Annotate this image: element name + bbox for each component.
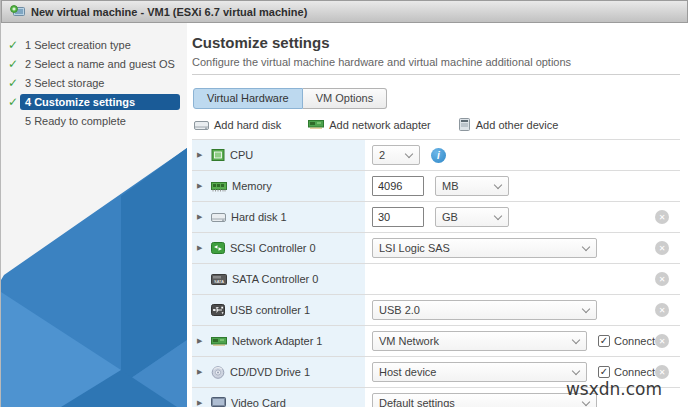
device-value-cell: USB 2.0✕ bbox=[365, 295, 680, 325]
select-value: LSI Logic SAS bbox=[379, 242, 450, 254]
memory-unit-select[interactable]: MB bbox=[435, 176, 509, 196]
select-value: VM Network bbox=[379, 335, 439, 347]
cpu-info-icon[interactable]: i bbox=[431, 148, 446, 163]
device-label: Memory bbox=[232, 180, 272, 192]
device-value-cell: ✕ bbox=[365, 264, 680, 294]
remove-device-icon[interactable]: ✕ bbox=[655, 210, 669, 224]
select-value: Default settings bbox=[379, 397, 455, 407]
device-value-cell: LSI Logic SAS✕ bbox=[365, 233, 680, 263]
checkbox-label: Connect bbox=[614, 366, 655, 378]
new-vm-wizard-window: New virtual machine - VM1 (ESXi 6.7 virt… bbox=[0, 0, 688, 407]
cd-dvd-icon bbox=[211, 366, 225, 379]
expand-arrow-icon[interactable]: ▶ bbox=[197, 337, 206, 345]
scsi-icon bbox=[211, 242, 225, 254]
wizard-step-4-customize-settings[interactable]: ✓4 Customize settings bbox=[1, 92, 187, 111]
expand-arrow-icon[interactable]: ▶ bbox=[197, 244, 206, 252]
device-toolbar: Add hard diskAdd network adapterAdd othe… bbox=[194, 118, 680, 131]
select-value: MB bbox=[442, 180, 459, 192]
select-value: Host device bbox=[379, 366, 436, 378]
select-value: 2 bbox=[379, 149, 385, 161]
device-label-cell: ▶CD/DVD Drive 1 bbox=[192, 357, 365, 387]
device-label-cell: ▶USB controller 1 bbox=[192, 295, 365, 325]
step-completed-check-icon: ✓ bbox=[8, 95, 19, 109]
device-label: Hard disk 1 bbox=[231, 211, 287, 223]
device-label: Video Card bbox=[231, 397, 286, 407]
device-label: SCSI Controller 0 bbox=[230, 242, 316, 254]
usb-icon bbox=[211, 304, 225, 316]
wizard-step-label: 5 Ready to complete bbox=[20, 113, 180, 129]
remove-device-icon[interactable]: ✕ bbox=[655, 365, 669, 379]
tab-vm-options[interactable]: VM Options bbox=[303, 88, 387, 109]
expand-arrow-icon[interactable]: ▶ bbox=[197, 368, 206, 376]
hard-disk-icon bbox=[211, 211, 226, 223]
add-network-adapter-button[interactable]: Add network adapter bbox=[308, 119, 431, 131]
expand-arrow-icon[interactable]: ▶ bbox=[197, 399, 206, 407]
device-value-cell: GB✕ bbox=[365, 202, 680, 232]
memory-icon bbox=[211, 181, 227, 192]
chevron-down-icon bbox=[405, 149, 413, 157]
hardware-row-network-adapter-1: ▶Network Adapter 1VM Network✓Connect✕ bbox=[192, 326, 680, 357]
remove-device-icon[interactable]: ✕ bbox=[655, 334, 669, 348]
disk-size-input[interactable] bbox=[372, 207, 424, 227]
wizard-step-3-select-storage[interactable]: ✓3 Select storage bbox=[1, 73, 187, 92]
cddvd-connect-checkbox[interactable]: ✓ bbox=[598, 366, 610, 378]
wizard-step-label: 1 Select creation type bbox=[20, 37, 180, 53]
settings-tabs: Virtual HardwareVM Options bbox=[193, 88, 680, 109]
wizard-step-2-select-a-name-and-guest-os[interactable]: ✓2 Select a name and guest OS bbox=[1, 54, 187, 73]
device-label: Network Adapter 1 bbox=[232, 335, 323, 347]
device-label-cell: ▶Video Card bbox=[192, 388, 365, 407]
add-hard-disk-button[interactable]: Add hard disk bbox=[194, 119, 281, 131]
disk-unit-select[interactable]: GB bbox=[435, 207, 509, 227]
wizard-content: Customize settings Configure the virtual… bbox=[187, 23, 688, 407]
cddvd-media-select[interactable]: Host device bbox=[372, 362, 587, 382]
remove-device-icon[interactable]: ✕ bbox=[655, 272, 669, 286]
cpu-icon bbox=[211, 149, 225, 161]
select-value: USB 2.0 bbox=[379, 304, 420, 316]
chevron-down-icon bbox=[494, 180, 502, 188]
add-hard-disk-button-label: Add hard disk bbox=[214, 119, 281, 131]
network-icon bbox=[308, 119, 324, 130]
sidebar-decoration bbox=[1, 130, 187, 407]
video-settings-select[interactable]: Default settings bbox=[372, 393, 597, 407]
device-label-cell: ▶Hard disk 1 bbox=[192, 202, 365, 232]
select-value: GB bbox=[442, 211, 458, 223]
header-divider bbox=[192, 74, 680, 75]
device-label-cell: ▶CPU bbox=[192, 140, 365, 170]
scsi-type-select[interactable]: LSI Logic SAS bbox=[372, 238, 597, 258]
remove-device-icon[interactable]: ✕ bbox=[655, 303, 669, 317]
device-label-cell: ▶Memory bbox=[192, 171, 365, 201]
step-completed-check-icon: ✓ bbox=[8, 38, 19, 52]
expand-arrow-icon[interactable]: ▶ bbox=[197, 182, 206, 190]
network-connect-checkbox-group: ✓Connect bbox=[598, 335, 655, 347]
watermark-text: wsxdn.com bbox=[566, 379, 662, 399]
step-completed-check-icon: ✓ bbox=[8, 76, 19, 90]
hardware-row-hard-disk-1: ▶Hard disk 1GB✕ bbox=[192, 202, 680, 233]
expand-arrow-icon[interactable]: ▶ bbox=[197, 213, 206, 221]
network-portgroup-select[interactable]: VM Network bbox=[372, 331, 587, 351]
wizard-step-label: 3 Select storage bbox=[20, 75, 180, 91]
expand-arrow-icon[interactable]: ▶ bbox=[197, 151, 206, 159]
device-label: SATA Controller 0 bbox=[232, 273, 318, 285]
chevron-down-icon bbox=[494, 211, 502, 219]
cpu-count-select[interactable]: 2 bbox=[372, 145, 420, 165]
add-other-device-button[interactable]: Add other device bbox=[458, 118, 559, 131]
device-label-cell: ▶Network Adapter 1 bbox=[192, 326, 365, 356]
other-device-icon bbox=[458, 118, 471, 131]
wizard-body: ✓1 Select creation type✓2 Select a name … bbox=[1, 23, 688, 407]
usb-version-select[interactable]: USB 2.0 bbox=[372, 300, 597, 320]
hardware-row-cpu: ▶CPU2i bbox=[192, 140, 680, 171]
tab-virtual-hardware[interactable]: Virtual Hardware bbox=[193, 88, 303, 109]
remove-device-icon[interactable]: ✕ bbox=[655, 241, 669, 255]
sata-icon: SATA bbox=[211, 274, 227, 285]
wizard-step-1-select-creation-type[interactable]: ✓1 Select creation type bbox=[1, 35, 187, 54]
hard-disk-icon bbox=[194, 119, 209, 131]
video-card-icon bbox=[211, 397, 226, 407]
checkbox-label: Connect bbox=[614, 335, 655, 347]
hardware-row-usb-controller-1: ▶USB controller 1USB 2.0✕ bbox=[192, 295, 680, 326]
wizard-step-5-ready-to-complete[interactable]: 5 Ready to complete bbox=[1, 111, 187, 130]
wizard-step-label: 2 Select a name and guest OS bbox=[20, 56, 180, 72]
window-titlebar: New virtual machine - VM1 (ESXi 6.7 virt… bbox=[1, 0, 688, 23]
window-title: New virtual machine - VM1 (ESXi 6.7 virt… bbox=[31, 6, 307, 18]
memory-size-input[interactable] bbox=[372, 176, 424, 196]
network-connect-checkbox[interactable]: ✓ bbox=[598, 335, 610, 347]
